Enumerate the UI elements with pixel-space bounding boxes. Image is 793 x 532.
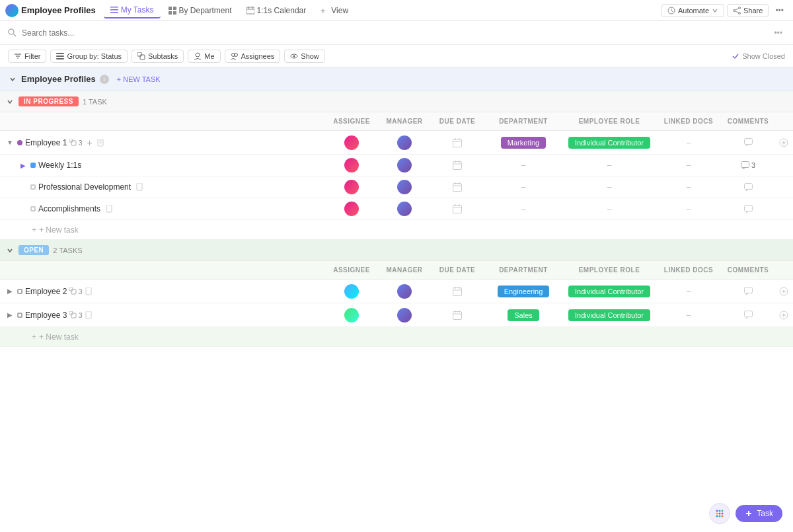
cell-add-employee2[interactable]: [774, 287, 793, 296]
cell-add-employee3[interactable]: [774, 311, 793, 320]
cell-department-employee1: Marketing: [484, 137, 563, 149]
comment-icon: [744, 205, 753, 213]
col-header-department: DEPARTMENT: [484, 118, 563, 125]
prodev-doc-button[interactable]: [136, 183, 144, 191]
task-expand-toggle-e3[interactable]: ▶: [5, 311, 15, 320]
assignees-button[interactable]: Assignees: [225, 50, 281, 63]
tab-view[interactable]: + View: [314, 3, 355, 18]
toolbar: Filter Group by: Status Subtasks Me Assi…: [0, 45, 793, 67]
tab-by-department[interactable]: By Department: [162, 3, 239, 18]
cell-duedate-prodev: [431, 182, 484, 192]
accomplishments-doc-button[interactable]: [106, 205, 114, 213]
topbar: Employee Profiles My Tasks By Department…: [0, 0, 793, 21]
svg-rect-66: [453, 287, 462, 295]
cell-linked-weekly: –: [656, 161, 722, 170]
new-task-bottom-label: Task: [757, 509, 773, 518]
open-col-header-role: EMPLOYEE ROLE: [563, 266, 656, 274]
svg-rect-70: [744, 287, 752, 293]
new-task-in-progress-label: + New task: [36, 225, 79, 235]
new-task-in-progress-button[interactable]: + + New task: [0, 220, 793, 240]
cell-manager-employee3: [378, 308, 431, 323]
task-doc-button-e3[interactable]: [85, 311, 93, 319]
svg-rect-26: [137, 52, 141, 56]
subtask-name-weekly: Weekly 1:1s: [38, 161, 81, 170]
show-closed-button[interactable]: Show Closed: [732, 52, 785, 60]
svg-line-17: [736, 11, 739, 13]
task-subtask-count-e3: 3: [69, 311, 82, 319]
cell-add-employee1[interactable]: [774, 138, 793, 147]
subtask-expand-toggle[interactable]: ▶: [19, 161, 28, 170]
col-header-manager: MANAGER: [378, 118, 431, 125]
svg-rect-76: [86, 311, 91, 319]
task-expand-toggle-e2[interactable]: ▶: [5, 287, 15, 296]
cell-dept-accomplishments: –: [484, 204, 563, 213]
tab-calendar[interactable]: 1:1s Calendar: [240, 3, 313, 18]
group-by-button[interactable]: Group by: Status: [50, 50, 128, 63]
new-task-bottom-button[interactable]: Task: [736, 505, 782, 522]
new-task-ep-button[interactable]: + NEW TASK: [113, 75, 165, 84]
section-collapse-toggle[interactable]: [8, 75, 17, 84]
svg-rect-0: [110, 7, 118, 8]
cell-dept-prodev: –: [484, 182, 563, 192]
comment-icon: [741, 161, 749, 170]
task-doc-button-e2[interactable]: [85, 287, 93, 295]
cell-comments-weekly: 3: [722, 161, 774, 170]
open-toggle[interactable]: [5, 246, 15, 255]
svg-point-18: [9, 29, 14, 34]
cell-role-employee2: Individual Contributor: [563, 285, 656, 297]
task-add-subtask-button[interactable]: +: [85, 138, 94, 147]
add-col-icon-e2: [779, 287, 788, 296]
cell-linked-employee2: –: [656, 287, 722, 296]
subtasks-button[interactable]: Subtasks: [132, 50, 184, 63]
open-group-header: OPEN 2 TASKS: [0, 240, 793, 261]
open-column-header-row: ASSIGNEE MANAGER DUE DATE DEPARTMENT EMP…: [0, 261, 793, 280]
more-options-button[interactable]: •••: [771, 4, 788, 17]
subtask-main-prodev: Professional Development: [0, 182, 325, 192]
in-progress-toggle[interactable]: [5, 97, 15, 106]
avatar-employee1-manager: [397, 135, 412, 150]
search-more-button[interactable]: •••: [771, 27, 785, 39]
subtask-name-prodev: Professional Development: [38, 182, 131, 192]
subtask-status-dot-outline: [30, 184, 36, 190]
bottom-icon-button[interactable]: [709, 503, 730, 524]
show-button[interactable]: Show: [284, 50, 325, 63]
subtask-name-accomplishments: Accomplishments: [38, 204, 100, 213]
avatar-employee2-manager: [397, 284, 412, 299]
svg-point-91: [716, 515, 718, 517]
add-col-icon: [779, 138, 788, 147]
task-status-dot-e3: [17, 313, 22, 318]
svg-rect-4: [173, 7, 176, 10]
table-row: ▶ Weekly 1:1s – – – 3: [0, 155, 793, 176]
automate-icon: [667, 7, 675, 15]
automate-button[interactable]: Automate: [661, 4, 724, 17]
task-doc-button[interactable]: [97, 139, 105, 147]
cell-role-prodev: –: [563, 182, 656, 192]
svg-rect-5: [169, 11, 172, 15]
share-button[interactable]: Share: [727, 4, 769, 17]
table-row: Professional Development – – –: [0, 176, 793, 198]
svg-rect-6: [173, 11, 176, 15]
filter-button[interactable]: Filter: [8, 50, 46, 63]
svg-rect-27: [140, 55, 145, 59]
me-button[interactable]: Me: [188, 50, 220, 63]
tab-my-tasks[interactable]: My Tasks: [104, 3, 161, 19]
new-task-open-button[interactable]: + + New task: [0, 327, 793, 347]
cell-duedate-accomplishments: [431, 204, 484, 213]
cell-assignee-employee2: [325, 284, 378, 299]
comment-icon-e3: [744, 311, 753, 319]
calendar-icon: [246, 7, 254, 15]
role-badge-employee2: Individual Contributor: [568, 285, 650, 297]
svg-point-14: [734, 9, 736, 11]
open-col-header-manager: MANAGER: [378, 266, 431, 274]
svg-point-93: [722, 515, 724, 517]
cell-comments-employee2: [722, 287, 774, 295]
avatar-prodev-manager: [397, 180, 412, 194]
svg-point-86: [719, 510, 721, 512]
svg-point-85: [716, 510, 718, 512]
grid-dots-icon: [714, 508, 725, 519]
cell-assignee-prodev: [325, 180, 378, 194]
info-icon[interactable]: i: [100, 75, 109, 84]
search-input[interactable]: [22, 28, 766, 38]
task-expand-toggle[interactable]: ▼: [5, 138, 15, 147]
subtask-status-dot: [30, 163, 36, 168]
